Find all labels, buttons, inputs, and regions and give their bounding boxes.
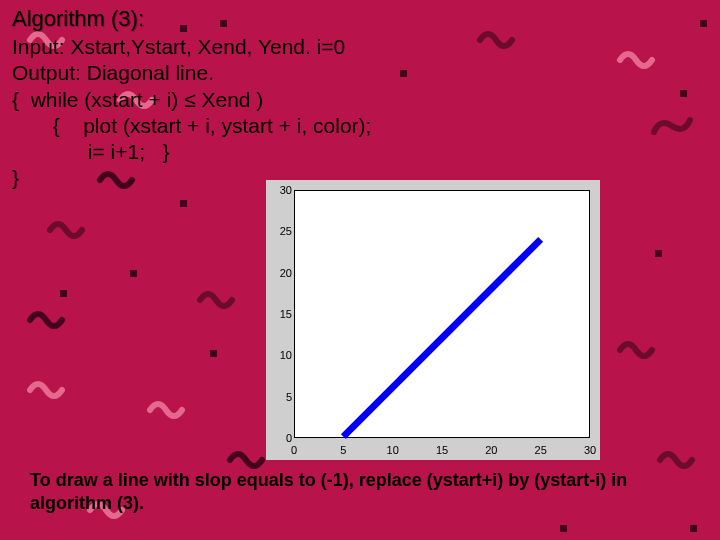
algorithm-plot-line: { plot (xstart + i, ystart + i, color);	[12, 113, 708, 139]
chart-ytick: 10	[268, 349, 292, 361]
chart-ytick: 25	[268, 225, 292, 237]
footer-note: To draw a line with slop equals to (-1),…	[30, 469, 680, 514]
svg-rect-5	[655, 250, 662, 257]
svg-rect-6	[60, 290, 67, 297]
svg-rect-8	[180, 200, 187, 207]
chart-xtick: 5	[340, 444, 346, 456]
svg-rect-10	[690, 525, 697, 532]
chart-ytick: 20	[268, 267, 292, 279]
chart-xtick: 25	[535, 444, 547, 456]
algorithm-while-line: { while (xstart + i) ≤ Xend )	[12, 87, 708, 113]
chart-xtick: 15	[436, 444, 448, 456]
svg-rect-9	[560, 525, 567, 532]
slide-content: Algorithm (3): Input: Xstart,Ystart, Xen…	[0, 0, 720, 198]
chart-ytick: 15	[268, 308, 292, 320]
chart-xtick: 30	[584, 444, 596, 456]
chart-xtick: 20	[485, 444, 497, 456]
algorithm-increment-line: i= i+1; }	[12, 139, 708, 165]
chart-xtick: 10	[387, 444, 399, 456]
svg-rect-7	[130, 270, 137, 277]
chart-ytick: 0	[268, 432, 292, 444]
svg-rect-11	[210, 350, 217, 357]
chart-line-series	[294, 190, 590, 486]
algorithm-title: Algorithm (3):	[12, 6, 708, 32]
algorithm-output-line: Output: Diagonal line.	[12, 60, 708, 86]
chart-xtick: 0	[291, 444, 297, 456]
chart-ytick: 5	[268, 391, 292, 403]
chart-ytick: 30	[268, 184, 292, 196]
algorithm-input-line: Input: Xstart,Ystart, Xend, Yend. i=0	[12, 34, 708, 60]
svg-line-12	[343, 239, 540, 436]
chart-panel: 051015202530051015202530	[266, 180, 600, 460]
